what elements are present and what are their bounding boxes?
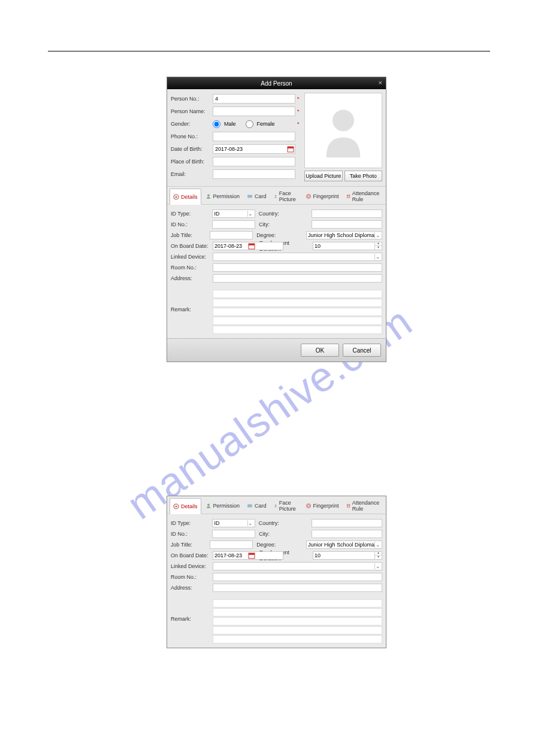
room-no-label: Room No.: [171,574,213,580]
tab-face-picture[interactable]: Face Picture [271,498,301,514]
remark-textarea[interactable] [213,290,382,335]
svg-rect-10 [347,195,349,198]
tab-label: Permission [213,503,240,509]
svg-point-18 [306,504,310,508]
id-type-value: ID [214,520,219,526]
fingerprint-icon [306,193,312,199]
city-input[interactable] [312,220,382,229]
tab-fingerprint[interactable]: Fingerprint [303,189,342,204]
tab-label: Card [255,503,267,509]
room-no-input[interactable] [213,573,382,581]
job-title-input[interactable] [210,541,253,549]
degree-value: Junior High School Diploma [308,232,374,238]
ok-button[interactable]: OK [301,344,339,357]
on-board-label: On Board Date: [171,243,213,249]
calendar-icon[interactable] [248,552,255,559]
calendar-icon[interactable] [287,145,294,153]
emp-duration-spinner[interactable]: 10 ▴▾ [313,551,382,560]
on-board-label: On Board Date: [171,552,213,558]
required-mark: * [297,108,301,114]
country-input[interactable] [312,519,382,527]
remark-label: Remark: [171,599,213,644]
person-no-input[interactable] [213,94,295,104]
tab-face-picture[interactable]: Face Picture [271,189,301,204]
email-input[interactable] [213,169,295,179]
svg-rect-16 [247,505,252,508]
cancel-button[interactable]: Cancel [343,344,381,357]
spinner-down-icon[interactable]: ▾ [375,555,382,560]
degree-select[interactable]: Junior High School Diploma ⌄ [306,541,382,549]
address-label: Address: [171,585,213,591]
svg-point-15 [207,504,210,506]
close-icon[interactable]: × [379,79,382,86]
linked-device-select[interactable]: ⌄ [213,562,382,570]
tab-card[interactable]: Card [244,498,270,514]
tab-details[interactable]: Details [170,189,201,205]
country-input[interactable] [312,210,382,218]
dob-label: Date of Birth: [171,146,213,152]
degree-select[interactable]: Junior High School Diploma ⌄ [306,231,382,239]
face-icon [274,193,277,199]
job-title-input[interactable] [210,231,253,239]
id-no-input[interactable] [212,220,255,229]
remark-textarea[interactable] [213,599,382,644]
svg-point-19 [307,505,310,507]
chevron-down-icon: ⌄ [374,254,380,260]
details-panel: ID Type: ID ⌄ Country: ID No.: City: Job… [167,514,386,648]
phone-input[interactable] [213,132,295,141]
svg-point-8 [306,195,310,199]
person-icon [205,193,211,199]
tab-attendance-rule[interactable]: Attendance Rule [343,498,385,514]
calendar-icon[interactable] [248,242,255,250]
email-label: Email: [171,171,213,177]
required-mark: * [297,121,301,127]
person-name-input[interactable] [213,107,295,116]
phone-label: Phone No.: [171,133,213,139]
linked-device-label: Linked Device: [171,254,213,260]
tab-label: Fingerprint [313,503,339,509]
tab-card[interactable]: Card [244,189,270,204]
emp-duration-spinner[interactable]: 10 ▴▾ [313,242,382,250]
emp-duration-value: 10 [313,243,374,249]
tabs: Details Permission Card Face Picture Fin… [167,186,386,205]
id-no-input[interactable] [212,530,255,538]
gender-female-radio[interactable] [246,120,253,128]
city-input[interactable] [312,530,382,538]
svg-point-17 [274,505,276,506]
dialog-titlebar: Add Person × [167,77,386,89]
job-title-label: Job Title: [171,542,210,548]
tab-fingerprint[interactable]: Fingerprint [303,498,342,514]
fingerprint-icon [306,503,312,509]
gender-male-label: Male [224,121,236,127]
card-icon [247,193,253,199]
pob-input[interactable] [213,157,295,166]
linked-device-select[interactable]: ⌄ [213,253,382,261]
emp-duration-value: 10 [313,552,374,558]
upload-picture-button[interactable]: Upload Picture [304,171,343,181]
page-rule [48,51,490,51]
gender-male-radio[interactable] [213,120,220,128]
dob-input[interactable] [213,144,295,154]
spinner-down-icon[interactable]: ▾ [375,246,382,250]
details-panel-standalone: Details Permission Card Face Picture Fin… [167,496,386,648]
address-input[interactable] [213,274,382,283]
room-no-input[interactable] [213,263,382,272]
take-photo-button[interactable]: Take Photo [344,171,383,181]
svg-rect-12 [249,244,255,245]
degree-label: Degree: [253,232,306,238]
card-icon [247,503,253,509]
tab-label: Card [255,193,267,199]
tab-permission[interactable]: Permission [202,189,243,204]
linked-device-label: Linked Device: [171,563,213,569]
remark-label: Remark: [171,290,213,335]
id-type-select[interactable]: ID ⌄ [212,210,255,218]
tab-permission[interactable]: Permission [202,498,243,514]
svg-point-5 [207,195,210,197]
tab-details[interactable]: Details [170,498,201,514]
id-type-select[interactable]: ID ⌄ [212,519,255,527]
person-name-label: Person Name: [171,108,213,114]
tab-attendance-rule[interactable]: Attendance Rule [343,189,385,204]
address-input[interactable] [213,584,382,592]
id-no-label: ID No.: [171,221,212,227]
tabs: Details Permission Card Face Picture Fin… [167,496,386,514]
